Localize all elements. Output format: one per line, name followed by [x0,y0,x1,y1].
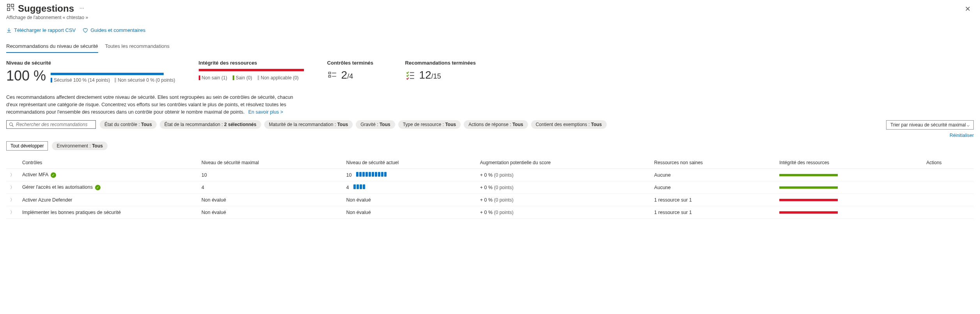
tab-security-score-recs[interactable]: Recommandations du niveau de sécurité [6,41,98,53]
secure-score-value: 100 % [6,69,46,83]
col-actions[interactable]: Actions [922,157,974,169]
filter-response-actions[interactable]: Actions de réponse : Tous [464,120,528,129]
search-input[interactable] [16,122,93,127]
svg-rect-1 [11,4,14,7]
controls-done: 2 [341,69,348,81]
max-score: Non évalué [198,194,342,206]
completed-check-icon: ✓ [95,185,101,190]
table-row[interactable]: 〉Implémenter les bonnes pratiques de séc… [6,206,974,219]
recs-total: /15 [431,72,441,80]
current-score: 4 [342,181,476,194]
svg-rect-0 [7,4,10,7]
page-subtitle: Affichage de l'abonnement « chtestao » [6,15,88,20]
page-title: Suggestions [18,3,74,14]
control-name[interactable]: Activer Azure Defender [18,194,198,206]
potential-increase: + 0 % (0 points) [476,194,650,206]
resource-health-bar [775,194,922,206]
filter-control-state[interactable]: État du contrôle : Tous [100,120,157,129]
secure-score-title: Niveau de sécurité [6,60,175,66]
controls-complete-block: Contrôles terminés 2/4 [327,60,382,83]
tab-all-recs[interactable]: Toutes les recommandations [105,41,170,53]
current-score: Non évalué [342,206,476,219]
potential-increase: + 0 % (0 points) [476,206,650,219]
filter-severity[interactable]: Gravité : Tous [356,120,395,129]
resource-health-block: Intégrité des ressources Non sain (1) Sa… [199,60,304,83]
close-button[interactable]: ✕ [962,3,974,15]
expand-chevron-icon[interactable]: 〉 [10,197,14,202]
filter-environment[interactable]: Environnement : Tous [52,142,108,150]
resource-health-bar [775,181,922,194]
legend-unhealthy: Non sain (1) [202,75,227,81]
more-menu[interactable]: ··· [77,3,87,12]
filter-maturity[interactable]: Maturité de la recommandation : Tous [264,120,353,129]
control-name[interactable]: Implémenter les bonnes pratiques de sécu… [18,206,198,219]
unhealthy-resources: Aucune [650,169,775,181]
controls-total: /4 [347,72,353,80]
max-score: 10 [198,169,342,181]
expand-all-button[interactable]: Tout développer [6,141,48,151]
unhealthy-resources: 1 ressource sur 1 [650,194,775,206]
filter-rec-state[interactable]: État de la recommandation : 2 sélectionn… [160,120,261,129]
unhealthy-resources: 1 ressource sur 1 [650,206,775,219]
list-check-icon [405,70,415,80]
health-bar [199,69,304,71]
expand-chevron-icon[interactable]: 〉 [10,172,14,177]
legend-na: Non applicable (0) [261,75,298,81]
secure-score-block: Niveau de sécurité 100 % Sécurisé 100 % … [6,60,175,83]
controls-table: Contrôles Niveau de sécurité maximal Niv… [6,157,974,219]
secure-score-bar [51,73,164,75]
expand-chevron-icon[interactable]: 〉 [10,185,14,189]
heart-icon [83,28,88,33]
control-name[interactable]: Gérer l'accès et les autorisations✓ [18,181,198,194]
search-box[interactable] [6,120,96,129]
svg-rect-3 [328,72,330,74]
row-actions[interactable] [922,169,974,181]
control-name[interactable]: Activer MFA✓ [18,169,198,181]
checklist-icon [327,70,337,80]
reset-filters-link[interactable]: Réinitialiser [950,133,974,138]
unhealthy-resources: Aucune [650,181,775,194]
col-increase[interactable]: Augmentation potentielle du score [476,157,650,169]
legend-secured: Sécurisé 100 % (14 points) [54,77,110,83]
resource-health-bar [775,206,922,219]
legend-healthy: Sain (0) [236,75,252,81]
controls-title: Contrôles terminés [327,60,382,66]
resource-health-bar [775,169,922,181]
potential-increase: + 0 % (0 points) [476,169,650,181]
filter-exemptions[interactable]: Contient des exemptions : Tous [531,120,607,129]
download-icon [6,28,12,33]
row-actions[interactable] [922,194,974,206]
current-score: 10 [342,169,476,181]
score-segments [353,184,365,189]
max-score: 4 [198,181,342,194]
expand-chevron-icon[interactable]: 〉 [10,210,14,214]
col-unhealthy[interactable]: Ressources non saines [650,157,775,169]
col-health[interactable]: Intégrité des ressources [775,157,922,169]
svg-point-4 [10,123,13,126]
table-row[interactable]: 〉Activer MFA✓1010+ 0 % (0 points)Aucune [6,169,974,181]
feedback-button[interactable]: Guides et commentaires [83,27,145,33]
table-row[interactable]: 〉Gérer l'accès et les autorisations✓44+ … [6,181,974,194]
recs-complete-block: Recommandations terminées 12/15 [405,60,476,83]
legend-unsecured: Non sécurisé 0 % (0 points) [118,77,175,83]
current-score: Non évalué [342,194,476,206]
chevron-down-icon: ⌵ [967,122,969,128]
search-icon [9,122,14,127]
col-current[interactable]: Niveau de sécurité actuel [342,157,476,169]
sort-dropdown[interactable]: Trier par niveau de sécurité maximal ⌵ [886,120,974,130]
health-title: Intégrité des ressources [199,60,304,66]
download-csv-button[interactable]: Télécharger le rapport CSV [6,27,76,33]
score-segments [356,172,387,177]
recs-done: 12 [419,69,431,81]
recommendations-icon [6,3,15,12]
table-row[interactable]: 〉Activer Azure DefenderNon évaluéNon éva… [6,194,974,206]
row-actions[interactable] [922,181,974,194]
row-actions[interactable] [922,206,974,219]
filter-resource-type[interactable]: Type de ressource : Tous [398,120,461,129]
completed-check-icon: ✓ [51,172,56,178]
learn-more-link[interactable]: En savoir plus > [248,109,283,115]
max-score: Non évalué [198,206,342,219]
col-controls[interactable]: Contrôles [18,157,198,169]
recs-title: Recommandations terminées [405,60,476,66]
col-max[interactable]: Niveau de sécurité maximal [198,157,342,169]
